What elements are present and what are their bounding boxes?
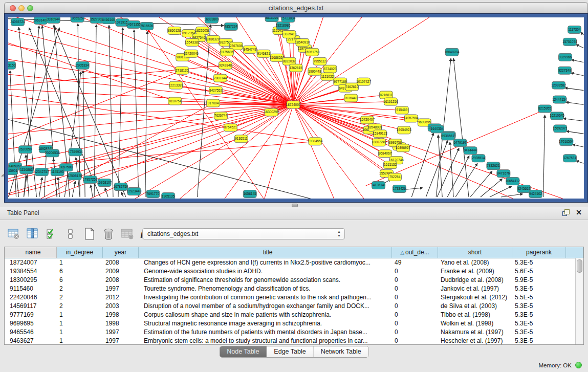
graph-node[interactable]: 7857224	[224, 23, 237, 30]
graph-node[interactable]: 14136141	[371, 182, 386, 189]
graph-node[interactable]: 12342757	[34, 168, 49, 176]
graph-node[interactable]: 13325419	[282, 30, 297, 38]
memory-status-icon[interactable]	[575, 362, 582, 368]
vertical-scrollbar[interactable]	[575, 258, 583, 344]
graph-node[interactable]: 15349123	[373, 130, 387, 138]
graph-node[interactable]: 15692971	[553, 125, 568, 133]
tab-edge-table[interactable]: Edge Table	[267, 346, 313, 357]
graph-node[interactable]: 20691406	[33, 17, 48, 24]
graph-node[interactable]: 9227349	[558, 67, 572, 74]
graph-node[interactable]: 7955112	[313, 57, 326, 65]
graph-node[interactable]: 1527902	[90, 17, 103, 23]
graph-node[interactable]: 10896957	[396, 144, 410, 152]
graph-node[interactable]: 16210645	[550, 112, 564, 120]
graph-node[interactable]: 9474444	[464, 147, 477, 155]
graph-node[interactable]: 8427552	[209, 86, 222, 94]
graph-node[interactable]: 12444154	[552, 96, 567, 103]
graph-node[interactable]: 2718120	[176, 67, 189, 74]
graph-node[interactable]: 14671355	[126, 20, 141, 28]
graph-node[interactable]: 16161256	[383, 98, 398, 105]
graph-node[interactable]: 9424502	[529, 190, 542, 198]
graph-node[interactable]: 15720407	[360, 116, 375, 124]
row-height-icon[interactable]	[64, 227, 77, 240]
tab-node-table[interactable]: Node Table	[220, 346, 267, 357]
graph-node[interactable]: 1615132	[384, 161, 397, 169]
graph-node[interactable]: 1733426	[393, 185, 406, 193]
table-row[interactable]: 1872400712008Changes of HCN gene express…	[5, 258, 583, 267]
table-row[interactable]: 1456911722003Disruption of a novel membe…	[5, 302, 583, 311]
column-header-title[interactable]: title	[139, 247, 392, 258]
graph-node[interactable]: 16961758	[305, 48, 320, 56]
graph-node[interactable]: 1145193	[51, 168, 64, 176]
graph-node[interactable]: 17016504	[559, 138, 574, 146]
graph-node[interactable]: 7515526	[140, 22, 154, 30]
network-canvas[interactable]: 8860128891295418226058982754681863281654…	[8, 17, 584, 199]
column-visibility-icon[interactable]	[45, 227, 58, 240]
graph-node[interactable]: 18300295	[264, 108, 279, 116]
table-row[interactable]: 911546021997Tourette syndrome. Phenomeno…	[5, 285, 583, 293]
graph-node[interactable]: 8186328	[206, 35, 220, 43]
graph-node[interactable]: 18226058	[195, 27, 210, 34]
graph-node[interactable]: 16782759	[114, 183, 128, 191]
graph-node[interactable]: 15723004	[281, 17, 296, 22]
graph-hub-node[interactable]: 18724007	[286, 101, 301, 108]
graph-node[interactable]: 8454749	[243, 46, 256, 53]
graph-node[interactable]: 8215955	[538, 105, 552, 113]
graph-node[interactable]: 3915901	[8, 167, 18, 175]
graph-node[interactable]: 16648784	[445, 48, 460, 56]
graph-node[interactable]: 8734023	[323, 65, 337, 73]
graph-node[interactable]: 9175685	[220, 48, 233, 56]
table-options-icon[interactable]	[7, 227, 20, 240]
graph-node[interactable]: 9684067	[379, 150, 392, 158]
network-window-titlebar[interactable]: citations_edges.txt	[4, 2, 588, 14]
graph-node[interactable]: 12923448	[127, 188, 142, 195]
graph-node[interactable]: 12505135	[68, 172, 82, 180]
graph-node[interactable]: 917004	[206, 99, 220, 107]
graph-node[interactable]: 1640354	[430, 125, 444, 133]
graph-node[interactable]: 16033809	[204, 17, 219, 23]
graph-node[interactable]: 16543382	[185, 38, 200, 46]
graph-node[interactable]: 2935514	[472, 155, 485, 162]
graph-node[interactable]: 1810754	[168, 97, 182, 105]
column-header-short[interactable]: short	[438, 247, 512, 258]
column-header-year[interactable]: year	[103, 247, 139, 258]
graph-node[interactable]: 2620650	[19, 146, 32, 154]
graph-node[interactable]: 915469	[395, 106, 408, 114]
column-header-out_de[interactable]: △out_de...	[392, 247, 438, 258]
column-layout-icon[interactable]	[26, 227, 39, 240]
graph-node[interactable]: 2905334	[76, 61, 89, 69]
graph-node[interactable]: 12213389	[168, 81, 183, 89]
graph-node[interactable]: 1658145	[243, 190, 256, 198]
graph-node[interactable]: 19654923	[397, 126, 411, 134]
graph-node[interactable]: 6479197	[453, 139, 467, 147]
table-selector-dropdown[interactable]: citations_edges.txt ▲▼	[142, 228, 345, 239]
graph-node[interactable]: 8860128	[168, 27, 181, 34]
table-row[interactable]: 1938455462009Genome-wide association stu…	[5, 267, 583, 276]
graph-node[interactable]: 7691770	[146, 190, 160, 198]
graph-node[interactable]: 8813054	[265, 17, 278, 21]
graph-node[interactable]: 6938561	[441, 133, 454, 140]
graph-node[interactable]: 6466160	[102, 17, 115, 24]
new-table-icon[interactable]	[83, 227, 96, 240]
graph-node[interactable]: 9329966	[559, 53, 572, 61]
graph-node[interactable]: 1362615	[289, 64, 302, 72]
graph-node[interactable]: 1117304	[568, 26, 581, 33]
graph-node[interactable]: 2036448	[344, 94, 358, 102]
close-panel-icon[interactable]: ✕	[576, 209, 582, 216]
graph-node[interactable]: 17359934	[68, 148, 83, 156]
graph-node[interactable]: 10107427	[356, 78, 371, 85]
column-header-name[interactable]: name	[5, 247, 57, 258]
graph-node[interactable]: 1905135	[162, 193, 175, 199]
graph-node[interactable]: 10654112	[506, 178, 520, 185]
graph-node[interactable]: 22420046	[184, 50, 199, 57]
graph-node[interactable]: 24055724	[10, 18, 25, 26]
graph-node[interactable]: 3310944	[47, 17, 60, 23]
graph-node[interactable]: 8471676	[497, 170, 510, 178]
table-row[interactable]: 1830029562008Estimation of significance …	[5, 276, 583, 285]
graph-node[interactable]: 19384554	[308, 138, 323, 145]
graph-node[interactable]: 1121022	[321, 73, 334, 80]
graph-node[interactable]: 20206536	[45, 149, 60, 157]
graph-node[interactable]: 1156863	[20, 166, 33, 174]
graph-node[interactable]: 9136511	[234, 135, 248, 143]
graph-node[interactable]: 7626744	[214, 112, 227, 120]
